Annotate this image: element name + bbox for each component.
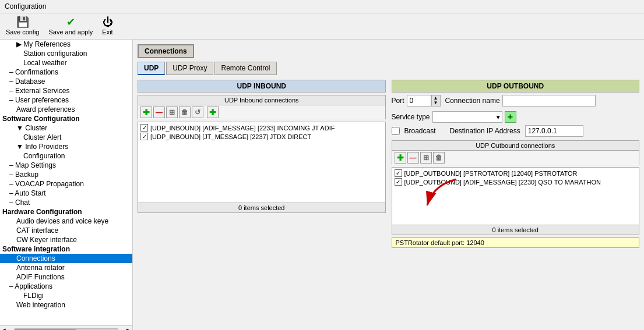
save-apply-icon: ✔ xyxy=(66,17,75,27)
inbound-list: [UDP_INBOUND] [ADIF_MESSAGE] [2233] INCO… xyxy=(138,122,386,203)
horizontal-scrollbar[interactable]: ◀ ▶ xyxy=(0,325,132,330)
toolbar: 💾 Save config ✔ Save and apply ⏻ Exit xyxy=(0,13,644,40)
scroll-right-btn[interactable]: ▶ xyxy=(126,327,131,330)
save-apply-label: Save and apply xyxy=(48,29,93,36)
inbound-toolbar: ✚ — ⊞ 🗑 ↺ ✚ xyxy=(138,105,386,119)
service-type-add-btn[interactable]: + xyxy=(505,111,516,123)
conn-name-input[interactable] xyxy=(502,95,596,107)
sidebar-item-cw-keyer[interactable]: CW Keyer interface xyxy=(0,235,132,244)
sidebar-item-user-preferences[interactable]: – User preferences xyxy=(0,95,132,105)
inbound-section-header: UDP INBOUND xyxy=(138,80,386,93)
content-area: Connections UDP UDP Proxy Remote Control… xyxy=(133,40,644,330)
sidebar-item-audio-devices[interactable]: Audio devices and voice keye xyxy=(0,217,132,226)
outbound-footer: 0 items selected xyxy=(392,225,640,235)
outbound-section: UDP OUTBOUND Port ▲ ▼ xyxy=(392,80,640,248)
checkbox-2[interactable] xyxy=(140,133,148,140)
outbound-section-header: UDP OUTBOUND xyxy=(392,80,640,93)
sidebar-item-my-references[interactable]: ▶ My References xyxy=(0,40,132,49)
list-item[interactable]: [UDP_OUTBOUND] [ADIF_MESSAGE] [2230] QSO… xyxy=(393,178,638,186)
port-input[interactable] xyxy=(407,95,431,107)
title-bar: Configuration xyxy=(0,0,644,13)
inbound-table-title: UDP Inbound connections xyxy=(138,95,386,105)
connections-title-btn: Connections xyxy=(138,44,194,58)
save-config-icon: 💾 xyxy=(16,17,29,27)
out-checkbox-2[interactable] xyxy=(395,178,402,186)
inbound-refresh-btn[interactable]: ↺ xyxy=(192,107,203,118)
sidebar-item-local-weather[interactable]: Local weather xyxy=(0,58,132,68)
sidebar-item-backup[interactable]: – Backup xyxy=(0,170,132,179)
sidebar-item-fldigi[interactable]: FLDigi xyxy=(0,291,132,300)
sidebar-item-configuration[interactable]: Configuration xyxy=(0,151,132,161)
service-type-label: Service type xyxy=(392,113,430,121)
sidebar-item-antenna-rotator[interactable]: Antenna rotator xyxy=(0,263,132,272)
connections-header: Connections xyxy=(138,44,639,58)
out-checkbox-1[interactable] xyxy=(395,169,402,177)
sidebar: ▶ My ReferencesStation configurationLoca… xyxy=(0,40,133,325)
tab-remote-control[interactable]: Remote Control xyxy=(214,62,276,75)
sidebar-item-web-integration[interactable]: Web integration xyxy=(0,300,132,310)
status-bar: PSTRotator default port: 12040 xyxy=(392,237,640,248)
inbound-remove-btn[interactable]: — xyxy=(153,107,165,118)
sidebar-item-cluster-alert[interactable]: Cluster Alert xyxy=(0,133,132,142)
inbound-add-btn[interactable]: ✚ xyxy=(140,107,152,118)
tab-udp[interactable]: UDP xyxy=(138,62,165,75)
sidebar-item-connections[interactable]: Connections xyxy=(0,254,132,263)
tabs-row: UDP UDP Proxy Remote Control xyxy=(138,62,639,75)
list-item[interactable]: [UDP_OUTBOUND] [PSTROTATOR] [12040] PSTR… xyxy=(393,169,638,178)
save-apply-btn[interactable]: ✔ Save and apply xyxy=(48,17,93,36)
sidebar-item-hardware-configuration[interactable]: Hardware Configuration xyxy=(0,207,132,217)
sidebar-item-cat-interface[interactable]: CAT interface xyxy=(0,226,132,235)
sidebar-item-database[interactable]: – Database xyxy=(0,77,132,86)
exit-label: Exit xyxy=(102,29,112,36)
sidebar-item-applications[interactable]: – Applications xyxy=(0,282,132,291)
dest-ip-input[interactable] xyxy=(525,125,583,137)
sidebar-item-confirmations[interactable]: – Confirmations xyxy=(0,68,132,77)
broadcast-checkbox[interactable] xyxy=(392,127,400,135)
exit-icon: ⏻ xyxy=(103,17,113,27)
sidebar-item-auto-start[interactable]: – Auto Start xyxy=(0,189,132,198)
outbound-toolbar: ✚ — ⊞ 🗑 xyxy=(392,150,640,165)
title-text: Configuration xyxy=(5,2,46,10)
tab-udp-proxy[interactable]: UDP Proxy xyxy=(166,62,213,75)
sidebar-item-map-settings[interactable]: – Map Settings xyxy=(0,161,132,170)
save-config-label: Save config xyxy=(6,29,39,36)
exit-btn[interactable]: ⏻ Exit xyxy=(102,17,112,36)
outbound-add-btn[interactable]: ✚ xyxy=(395,152,406,164)
service-type-dropdown[interactable] xyxy=(432,111,502,123)
list-item[interactable]: [UDP_INBOUND] [ADIF_MESSAGE] [2233] INCO… xyxy=(139,123,384,132)
sidebar-item-chat[interactable]: – Chat xyxy=(0,198,132,207)
sidebar-item-info-providers[interactable]: ▼ Info Providers xyxy=(0,142,132,151)
sidebar-item-cluster[interactable]: ▼ Cluster xyxy=(0,123,132,133)
outbound-remove-btn[interactable]: — xyxy=(407,152,419,164)
inbound-section: UDP INBOUND UDP Inbound connections ✚ — … xyxy=(138,80,386,248)
outbound-list: [UDP_OUTBOUND] [PSTROTATOR] [12040] PSTR… xyxy=(392,167,640,225)
sidebar-item-software-configuration[interactable]: Software Configuration xyxy=(0,114,132,123)
port-spinner[interactable]: ▲ ▼ xyxy=(431,95,441,107)
inbound-footer: 0 items selected xyxy=(138,203,386,213)
inbound-copy-btn[interactable]: ⊞ xyxy=(166,107,178,118)
sidebar-item-external-services[interactable]: – External Services xyxy=(0,86,132,95)
checkbox-1[interactable] xyxy=(140,124,148,132)
sidebar-item-station-config[interactable]: Station configuration xyxy=(0,49,132,58)
outbound-delete-btn[interactable]: 🗑 xyxy=(433,152,445,164)
scroll-left-btn[interactable]: ◀ xyxy=(1,327,6,330)
sidebar-item-software-integration[interactable]: Software integration xyxy=(0,244,132,254)
sidebar-item-voacap-propagation[interactable]: – VOACAP Propagation xyxy=(0,179,132,189)
outbound-copy-btn[interactable]: ⊞ xyxy=(420,152,432,164)
scroll-track xyxy=(14,328,118,331)
sidebar-item-award-preferences[interactable]: Award preferences xyxy=(0,105,132,114)
broadcast-label: Broadcast xyxy=(404,127,436,135)
conn-name-label: Connection name xyxy=(445,97,500,105)
inbound-new-btn[interactable]: ✚ xyxy=(207,107,219,118)
save-config-btn[interactable]: 💾 Save config xyxy=(6,17,39,36)
port-label: Port xyxy=(392,97,404,105)
outbound-table-title: UDP Outbound connections xyxy=(392,140,640,150)
dest-ip-label: Destination IP Address xyxy=(450,127,520,135)
inbound-delete-btn[interactable]: 🗑 xyxy=(179,107,191,118)
list-item[interactable]: [UDP_INBOUND] [JT_MESSAGE] [2237] JTDX D… xyxy=(139,132,384,141)
sidebar-item-adif-functions[interactable]: ADIF Functions xyxy=(0,272,132,282)
